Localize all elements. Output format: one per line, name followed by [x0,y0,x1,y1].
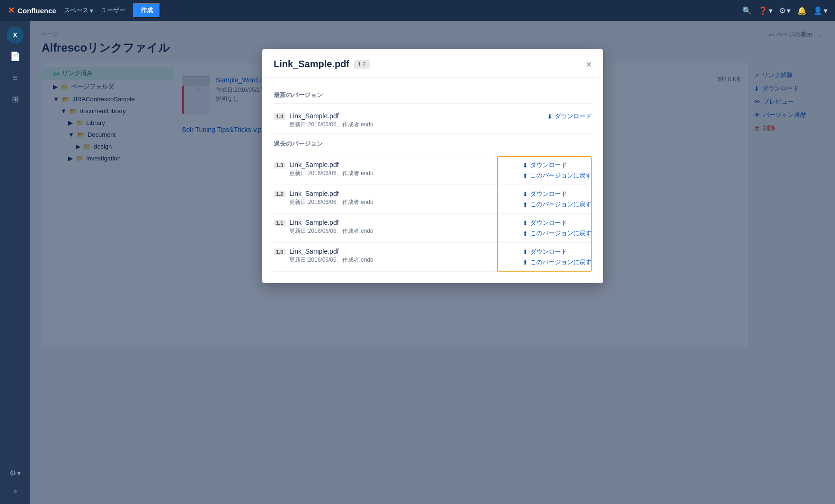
past-version-3-badge: 1.0 [274,248,285,255]
past-v0-download-icon: ⬇ [523,162,528,169]
sidebar-feed-icon[interactable]: ≡ [9,69,22,87]
past-version-2-meta: 更新日:2016/06/06、作成者:endo [289,227,373,235]
past-version-row-0: 1.3 Link_Sample.pdf 更新日:2016/06/06、作成者:e… [274,156,592,185]
latest-version-name: Link_Sample.pdf [289,112,373,120]
version-history-modal: Link_Sample.pdf 1.2 × 最新のバージョン 1.4 Link_… [262,49,603,283]
past-v2-restore-icon: ⬆ [523,230,528,237]
modal-body: 最新のバージョン 1.4 Link_Sample.pdf 更新日:2016/06… [262,78,603,283]
modal-header: Link_Sample.pdf 1.2 × [262,49,603,78]
past-v3-restore-link[interactable]: ⬆ このバージョンに戻す [523,258,592,266]
past-version-2-badge: 1.1 [274,220,285,226]
latest-version-label: 最新のバージョン [274,91,592,99]
modal-close-button[interactable]: × [586,60,592,69]
past-v3-restore-icon: ⬆ [523,259,528,266]
past-version-row-2: 1.1 Link_Sample.pdf 更新日:2016/06/06、作成者:e… [274,214,592,243]
past-v1-restore-link[interactable]: ⬆ このバージョンに戻す [523,200,592,209]
past-version-1-details: Link_Sample.pdf 更新日:2016/06/06、作成者:endo [289,190,373,206]
top-navigation: ✕ Confluence スペース ▾ ユーザー 作成 🔍 ❓▾ ⚙▾ 🔔 👤▾ [0,0,835,21]
top-nav-right: 🔍 ❓▾ ⚙▾ 🔔 👤▾ [742,6,827,15]
notifications-icon[interactable]: 🔔 [797,6,807,15]
past-version-0-actions: ⬇ ダウンロード ⬆ このバージョンに戻す [523,161,592,180]
modal-overlay[interactable]: Link_Sample.pdf 1.2 × 最新のバージョン 1.4 Link_… [30,21,835,504]
users-menu[interactable]: ユーザー [101,6,125,15]
help-icon[interactable]: ❓▾ [758,6,773,15]
past-v3-download-icon: ⬇ [523,248,528,256]
sidebar-expand-icon[interactable]: » [9,483,21,498]
divider-past [274,152,592,152]
past-version-3-actions: ⬇ ダウンロード ⬆ このバージョンに戻す [523,248,592,266]
divider-latest [274,103,592,104]
past-v1-download-link[interactable]: ⬇ ダウンロード [523,190,567,198]
past-version-3-name: Link_Sample.pdf [289,248,373,255]
past-v2-download-icon: ⬇ [523,220,528,227]
sidebar-pages-icon[interactable]: 📄 [6,47,24,65]
past-version-1-actions: ⬇ ダウンロード ⬆ このバージョンに戻す [523,190,592,209]
past-version-1-badge: 1.2 [274,191,285,197]
settings-icon[interactable]: ⚙▾ [779,6,791,15]
sidebar-bottom: ⚙▾ » [6,465,25,498]
sidebar-avatar[interactable]: X [7,27,24,44]
past-version-2-actions: ⬇ ダウンロード ⬆ このバージョンに戻す [523,219,592,238]
latest-version-row: 1.4 Link_Sample.pdf 更新日:2016/06/06、作成者:e… [274,107,592,134]
past-version-0-details: Link_Sample.pdf 更新日:2016/06/06、作成者:endo [289,161,373,177]
past-version-2-details: Link_Sample.pdf 更新日:2016/06/06、作成者:endo [289,219,373,235]
create-button[interactable]: 作成 [133,3,160,18]
past-v1-restore-icon: ⬆ [523,201,528,208]
settings-chevron-icon: ▾ [787,6,791,15]
modal-title: Link_Sample.pdf 1.2 [274,59,370,70]
past-version-3-details: Link_Sample.pdf 更新日:2016/06/06、作成者:endo [289,248,373,264]
past-v0-restore-link[interactable]: ⬆ このバージョンに戻す [523,171,592,180]
sidebar-network-icon[interactable]: ⊞ [8,90,23,108]
past-version-0-file-info: 1.3 Link_Sample.pdf 更新日:2016/06/06、作成者:e… [274,161,373,177]
search-icon[interactable]: 🔍 [742,6,752,15]
past-version-3-file-info: 1.0 Link_Sample.pdf 更新日:2016/06/06、作成者:e… [274,248,373,264]
past-version-1-file-info: 1.2 Link_Sample.pdf 更新日:2016/06/06、作成者:e… [274,190,373,206]
past-version-3-meta: 更新日:2016/06/06、作成者:endo [289,256,373,264]
past-versions-label: 過去のバージョン [274,140,592,148]
past-v3-download-link[interactable]: ⬇ ダウンロード [523,248,567,256]
user-chevron-icon: ▾ [824,6,827,15]
past-version-row-1: 1.2 Link_Sample.pdf 更新日:2016/06/06、作成者:e… [274,185,592,214]
past-version-0-name: Link_Sample.pdf [289,161,373,168]
spaces-menu[interactable]: スペース ▾ [64,6,93,15]
user-avatar[interactable]: 👤▾ [813,6,827,15]
past-v1-download-icon: ⬇ [523,191,528,198]
modal-version-badge: 1.2 [354,60,370,69]
past-version-1-name: Link_Sample.pdf [289,190,373,197]
sidebar-gear-icon[interactable]: ⚙▾ [6,465,25,481]
past-version-1-meta: 更新日:2016/06/06、作成者:endo [289,198,373,206]
past-version-row-3: 1.0 Link_Sample.pdf 更新日:2016/06/06、作成者:e… [274,243,592,272]
latest-version-details: Link_Sample.pdf 更新日:2016/06/06、作成者:endo [289,112,373,129]
confluence-x-icon: ✕ [8,5,15,16]
past-version-2-file-info: 1.1 Link_Sample.pdf 更新日:2016/06/06、作成者:e… [274,219,373,235]
latest-download-icon: ⬇ [547,113,552,120]
spaces-chevron-icon: ▾ [90,7,93,14]
past-v2-download-link[interactable]: ⬇ ダウンロード [523,219,567,227]
past-v0-download-link[interactable]: ⬇ ダウンロード [523,161,567,169]
past-version-0-meta: 更新日:2016/06/06、作成者:endo [289,169,373,177]
past-v2-restore-link[interactable]: ⬆ このバージョンに戻す [523,229,592,238]
past-v0-restore-icon: ⬆ [523,172,528,179]
latest-version-badge: 1.4 [274,113,285,120]
latest-download-link[interactable]: ⬇ ダウンロード [547,112,592,121]
help-chevron-icon: ▾ [769,6,773,15]
confluence-logo-text: Confluence [18,7,56,15]
latest-version-meta: 更新日:2016/06/06、作成者:endo [289,121,373,129]
left-sidebar: X 📄 ≡ ⊞ ⚙▾ » [0,21,30,504]
past-version-2-name: Link_Sample.pdf [289,219,373,226]
latest-version-file-info: 1.4 Link_Sample.pdf 更新日:2016/06/06、作成者:e… [274,112,373,129]
latest-version-actions: ⬇ ダウンロード [547,112,592,121]
past-version-0-badge: 1.3 [274,162,285,168]
past-versions-container: 1.3 Link_Sample.pdf 更新日:2016/06/06、作成者:e… [274,156,592,272]
confluence-logo[interactable]: ✕ Confluence [8,5,56,16]
